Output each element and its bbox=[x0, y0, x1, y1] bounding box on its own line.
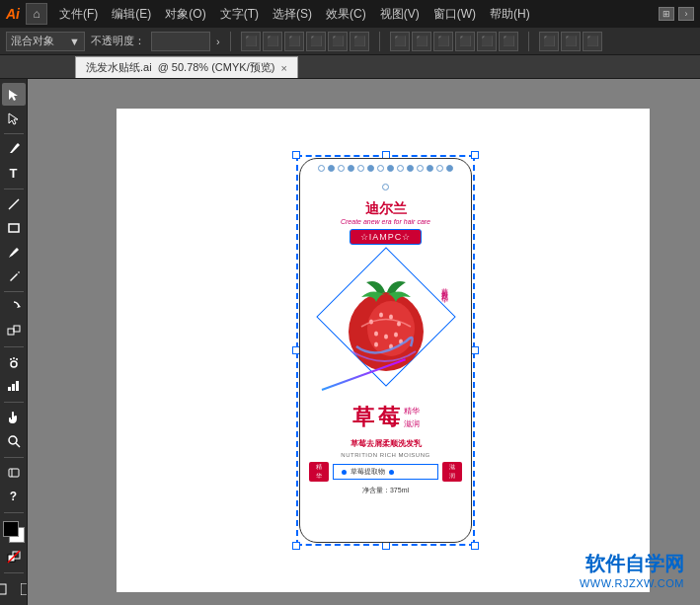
cn-char-berry: 莓 bbox=[378, 403, 400, 432]
tool-unknown-1[interactable] bbox=[2, 462, 26, 485]
connector-text: 草莓提取物 bbox=[350, 467, 385, 477]
align-left-icon[interactable]: ⬛ bbox=[241, 32, 261, 51]
grid-icon[interactable]: ⬛ bbox=[583, 32, 602, 51]
arrange-icon[interactable]: ⊞ bbox=[659, 7, 674, 21]
blue-connector: 草莓提取物 bbox=[333, 464, 439, 480]
tool-separator-7 bbox=[4, 512, 24, 513]
options-expand-arrow[interactable]: › bbox=[216, 36, 220, 47]
menu-text[interactable]: 文字(T) bbox=[214, 4, 265, 25]
tool-type[interactable]: T bbox=[2, 162, 26, 185]
tool-symbol-spray[interactable] bbox=[2, 351, 26, 374]
bottom-volume: 净含量：375ml bbox=[309, 486, 463, 495]
menu-view[interactable]: 视图(V) bbox=[374, 4, 426, 25]
distribute-center-v-icon[interactable]: ⬛ bbox=[477, 32, 497, 51]
svg-rect-11 bbox=[16, 381, 19, 391]
foreground-color-swatch[interactable] bbox=[3, 521, 19, 537]
window-controls: ⊞ › bbox=[659, 7, 694, 21]
menu-effect[interactable]: 效果(C) bbox=[320, 4, 372, 25]
cn-small-1: 精华 bbox=[404, 406, 420, 416]
screen-mode-normal[interactable] bbox=[0, 577, 13, 601]
tool-direct-selection[interactable] bbox=[2, 107, 26, 129]
tool-separator-3 bbox=[4, 291, 24, 292]
tool-rotate[interactable] bbox=[2, 296, 26, 319]
distribute-bottom-icon[interactable]: ⬛ bbox=[499, 32, 518, 51]
deco-circle-8 bbox=[387, 165, 394, 172]
selection-handle-mr[interactable] bbox=[471, 346, 479, 354]
doc-tab-active[interactable]: 洗发水贴纸.ai @ 50.78% (CMYK/预览) × bbox=[75, 56, 298, 78]
spacing-h-icon[interactable]: ⬛ bbox=[539, 32, 559, 51]
menu-object[interactable]: 对象(O) bbox=[159, 4, 211, 25]
deco-circle-13 bbox=[436, 165, 443, 172]
tool-pen[interactable] bbox=[2, 138, 26, 161]
selection-handle-tr[interactable] bbox=[471, 151, 479, 159]
tool-hand[interactable] bbox=[2, 407, 26, 429]
tool-paintbrush[interactable] bbox=[2, 241, 26, 264]
cn-small-2: 滋润 bbox=[404, 418, 420, 429]
svg-rect-3 bbox=[8, 329, 14, 335]
distribute-icons-group: ⬛ ⬛ ⬛ ⬛ ⬛ ⬛ bbox=[390, 32, 518, 51]
align-bottom-icon[interactable]: ⬛ bbox=[350, 32, 369, 51]
selection-handle-bl[interactable] bbox=[292, 542, 300, 550]
tool-separator-6 bbox=[4, 457, 24, 458]
tool-question[interactable]: ? bbox=[2, 486, 26, 508]
svg-rect-20 bbox=[21, 583, 29, 595]
blend-mode-label: 混合对象 bbox=[11, 34, 54, 48]
color-pair[interactable] bbox=[3, 521, 25, 543]
align-center-h-icon[interactable]: ⬛ bbox=[263, 32, 282, 51]
selection-handle-bc[interactable] bbox=[382, 542, 390, 550]
tool-line[interactable] bbox=[2, 193, 26, 216]
expand-icon[interactable]: › bbox=[678, 7, 694, 21]
svg-point-7 bbox=[13, 357, 15, 359]
diamond-section: 草莓籽精华 bbox=[317, 253, 455, 401]
tool-scale[interactable] bbox=[2, 320, 26, 342]
deco-circle-10 bbox=[407, 165, 414, 172]
svg-point-5 bbox=[11, 361, 17, 367]
blend-mode-dropdown[interactable]: 混合对象 ▼ bbox=[6, 32, 85, 51]
tool-pencil[interactable] bbox=[2, 265, 26, 287]
menu-edit[interactable]: 编辑(E) bbox=[106, 4, 157, 25]
spacing-v-icon[interactable]: ⬛ bbox=[561, 32, 581, 51]
align-right-icon[interactable]: ⬛ bbox=[284, 32, 304, 51]
home-button[interactable]: ⌂ bbox=[26, 3, 47, 25]
left-toolbar: T bbox=[0, 79, 28, 605]
tool-separator-2 bbox=[4, 189, 24, 189]
svg-point-29 bbox=[394, 333, 398, 338]
fill-stroke-toggle[interactable] bbox=[2, 546, 26, 568]
menu-select[interactable]: 选择(S) bbox=[267, 4, 318, 25]
vert-text-right: 草莓籽精华 bbox=[440, 282, 450, 292]
selection-handle-tl[interactable] bbox=[292, 151, 300, 159]
screen-mode-full[interactable] bbox=[15, 577, 29, 601]
deco-circle-7 bbox=[377, 165, 384, 172]
watermark-line1: 软件自学网 bbox=[580, 551, 684, 577]
artwork-container[interactable]: 迪尔兰 Create anew era for hair care ☆IAMPC… bbox=[299, 158, 472, 543]
connector-dot-right bbox=[389, 470, 394, 475]
menu-help[interactable]: 帮助(H) bbox=[484, 4, 536, 25]
align-center-v-icon[interactable]: ⬛ bbox=[328, 32, 348, 51]
tool-separator-4 bbox=[4, 346, 24, 347]
canvas-area[interactable]: 迪尔兰 Create anew era for hair care ☆IAMPC… bbox=[28, 79, 700, 605]
svg-rect-14 bbox=[9, 469, 19, 477]
selection-handle-br[interactable] bbox=[471, 542, 479, 550]
watermark: 软件自学网 WWW.RJZXW.COM bbox=[580, 551, 684, 589]
distribute-right-icon[interactable]: ⬛ bbox=[433, 32, 453, 51]
tool-rectangle[interactable] bbox=[2, 217, 26, 240]
tool-zoom[interactable] bbox=[2, 430, 26, 453]
tool-selection[interactable] bbox=[2, 83, 26, 106]
align-top-icon[interactable]: ⬛ bbox=[306, 32, 326, 51]
distribute-top-icon[interactable]: ⬛ bbox=[455, 32, 475, 51]
svg-line-0 bbox=[9, 199, 19, 209]
shampoo-badge: ☆IAMPC☆ bbox=[350, 229, 423, 245]
title-bar: Ai ⌂ 文件(F) 编辑(E) 对象(O) 文字(T) 选择(S) 效果(C)… bbox=[0, 0, 700, 28]
chevron-down-icon: ▼ bbox=[69, 36, 80, 47]
distribute-left-icon[interactable]: ⬛ bbox=[390, 32, 410, 51]
menu-file[interactable]: 文件(F) bbox=[53, 4, 104, 25]
doc-tabs-bar: 洗发水贴纸.ai @ 50.78% (CMYK/预览) × bbox=[0, 55, 700, 79]
tool-bar-chart[interactable] bbox=[2, 375, 26, 398]
menu-window[interactable]: 窗口(W) bbox=[428, 4, 482, 25]
opacity-input[interactable] bbox=[151, 32, 210, 51]
deco-circle-3 bbox=[338, 165, 345, 172]
divider3 bbox=[528, 32, 529, 51]
svg-point-32 bbox=[374, 342, 378, 347]
distribute-center-h-icon[interactable]: ⬛ bbox=[412, 32, 431, 51]
doc-tab-close[interactable]: × bbox=[280, 62, 286, 74]
